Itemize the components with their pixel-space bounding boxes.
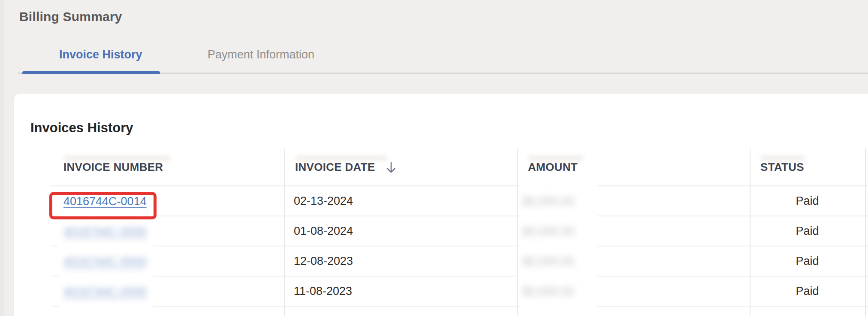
page-title: Billing Summary [19,9,122,24]
status-value: Paid [796,225,819,238]
invoice-date-cell: 01-08-2024 [284,216,517,246]
amount-cell: $0,000.00 [517,246,750,276]
amount-cell: $0,000.00 [517,216,750,246]
invoice-date-value: 12-08-2023 [294,255,353,268]
tab-invoice-history[interactable]: Invoice History [59,47,142,62]
invoice-link[interactable]: 4016744C-0000 [63,285,147,298]
table-body: 4016744C-0014 02-13-2024 $0,000.00 Paid … [51,186,868,307]
amount-cell: $0,000.00 [517,276,750,306]
column-divider [750,149,750,316]
status-value: Paid [796,194,819,208]
table-row: 4016744C-0000 11-08-2023 $0,000.00 Paid [51,276,868,307]
invoice-date-value: 01-08-2024 [294,225,353,238]
header-invoice-number: INVOICE NUMBER [51,149,284,185]
left-edge-strip [0,0,4,316]
invoice-number-cell: 4016744C-0000 [51,276,284,306]
column-divider [865,149,866,316]
header-invoice-date[interactable]: INVOICE DATE [284,149,517,185]
invoice-redaction-patch: 4016744C-0000 [59,273,153,310]
column-divider [284,149,285,316]
amount-value: $0,000.00 [523,225,574,238]
invoice-number-cell: 4016744C-0000 [51,216,284,246]
invoice-date-cell: 11-08-2023 [284,276,517,306]
status-cell: Paid [750,246,865,276]
invoice-number-cell: 4016744C-0014 [51,186,284,216]
status-value: Paid [796,285,819,298]
amount-value: $0,000.00 [523,195,574,208]
table-row: 4016744C-0014 02-13-2024 $0,000.00 Paid [51,186,868,216]
invoice-date-cell: 02-13-2024 [284,186,517,216]
status-cell: Paid [750,276,865,306]
invoice-date-value: 11-08-2023 [294,285,352,298]
table-row: 4016744C-0000 01-08-2024 $0,000.00 Paid [51,216,868,246]
status-cell: Paid [750,216,865,246]
sort-desc-icon [386,161,397,174]
amount-value: $0,000.00 [523,285,574,298]
invoice-date-value: 02-13-2024 [294,194,353,208]
tab-payment-information[interactable]: Payment Information [208,47,314,62]
invoice-date-cell: 12-08-2023 [284,246,517,276]
status-cell: Paid [750,186,865,216]
active-tab-indicator [22,71,160,74]
header-amount: AMOUNT [517,149,750,185]
invoices-card: Invoices History INVOICE NUMBER INVOICE … [14,94,868,316]
amount-value: $0,000.00 [523,255,574,268]
status-value: Paid [796,255,819,268]
amount-cell: $0,000.00 [517,186,750,216]
invoice-link[interactable]: 4016744C-0014 [63,195,147,208]
invoice-link[interactable]: 4016744C-0000 [63,255,147,268]
invoices-table: INVOICE NUMBER INVOICE DATE AMOUNT STATU… [51,149,868,316]
invoice-link[interactable]: 4016744C-0000 [63,225,147,238]
table-header-row: INVOICE NUMBER INVOICE DATE AMOUNT STATU… [51,149,868,186]
table-row: 4016744C-0000 12-08-2023 $0,000.00 Paid [51,246,868,276]
card-heading: Invoices History [30,120,133,136]
column-divider [517,149,518,316]
table-row-partial [51,307,868,316]
invoice-number-cell: 4016744C-0000 [51,246,284,276]
header-status: STATUS [750,149,865,185]
amount-redaction-patch: $0,000.00 [519,273,597,310]
